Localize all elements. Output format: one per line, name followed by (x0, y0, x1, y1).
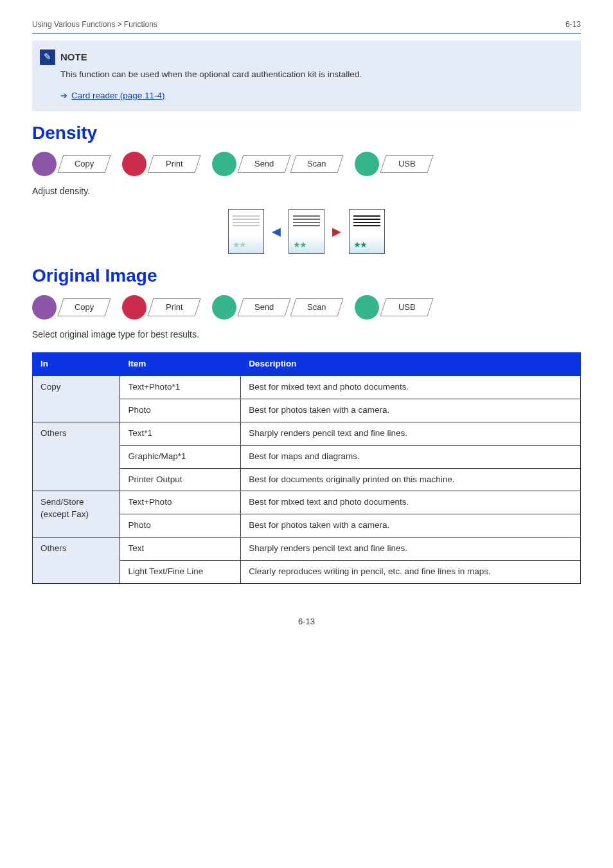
cell-desc: Best for mixed text and photo documents. (241, 491, 581, 514)
note-body: This function can be used when the optio… (60, 69, 569, 81)
cell-desc: Sharply renders pencil text and fine lin… (241, 422, 581, 445)
cell-item: Text+Photo (120, 491, 241, 514)
cell-item: Text+Photo*1 (120, 376, 241, 399)
cell-desc: Best for photos taken with a camera. (241, 514, 581, 538)
tab-scan2: Scan (290, 298, 343, 316)
dot-copy2-icon (32, 295, 57, 320)
dot-send-icon (212, 152, 236, 176)
dot-usb-icon (355, 152, 379, 176)
arrow-icon: ➔ (60, 90, 67, 102)
tab-print: Print (147, 155, 200, 173)
density-desc: Adjust density. (32, 185, 581, 198)
cell-cat: Send/Store (except Fax) (33, 491, 120, 538)
tab-scan-label: Scan (307, 158, 326, 170)
note-title: NOTE (60, 50, 87, 64)
breadcrumb: Using Various Functions > Functions 6-13 (32, 19, 581, 34)
cell-item: Graphic/Map*1 (120, 445, 241, 468)
note-icon: ✎ (40, 50, 55, 65)
options-table: In Item Description CopyText+Photo*1Best… (32, 352, 581, 584)
doc-dark-icon: ★★ (349, 209, 385, 254)
tab-copy2: Copy (57, 298, 111, 316)
cell-desc: Best for photos taken with a camera. (241, 399, 581, 422)
tab-send: Send (237, 155, 290, 173)
tab-print2: Print (147, 298, 200, 316)
cell-desc: Best for documents originally printed on… (241, 468, 581, 491)
note-link[interactable]: Card reader (page 11-4) (71, 90, 165, 102)
tab-copy2-label: Copy (75, 301, 94, 312)
page-number-bottom: 6-13 (32, 616, 581, 628)
original-desc: Select original image type for best resu… (32, 329, 581, 341)
th-desc: Description (241, 353, 581, 376)
dot-send2-icon (212, 295, 236, 320)
table-row: OthersTextSharply renders pencil text an… (33, 538, 581, 561)
doc-light-icon: ★★ (228, 209, 264, 254)
tab-print2-label: Print (166, 301, 183, 312)
page-number-top: 6-13 (565, 19, 581, 30)
cell-item: Light Text/Fine Line (120, 561, 241, 584)
tab-scan: Scan (290, 155, 343, 173)
dot-print-icon (122, 152, 147, 176)
tab-usb-label: USB (398, 158, 416, 170)
tab-copy-label: Copy (75, 158, 94, 170)
tab-send2: Send (237, 298, 290, 316)
original-tabs: Copy Print SendScan USB (32, 295, 581, 320)
cell-desc: Best for mixed text and photo documents. (241, 376, 581, 399)
cell-item: Photo (120, 514, 241, 538)
tab-send2-label: Send (254, 301, 274, 312)
density-diagram: ★★ ◀ ★★ ▶ ★★ (32, 209, 581, 254)
cell-cat: Others (33, 538, 120, 584)
tab-usb2: USB (380, 298, 433, 316)
cell-cat: Others (33, 422, 120, 491)
note-box: ✎ NOTE This function can be used when th… (32, 41, 581, 111)
tab-copy: Copy (57, 155, 111, 173)
th-item: Item (120, 353, 241, 376)
tab-send-label: Send (254, 158, 274, 170)
dot-print2-icon (122, 295, 147, 320)
cell-item: Photo (120, 399, 241, 422)
triangle-right-icon: ▶ (332, 224, 341, 240)
triangle-left-icon: ◀ (272, 224, 281, 240)
doc-mid-icon: ★★ (289, 209, 324, 254)
cell-cat: Copy (33, 376, 120, 422)
th-in: In (33, 353, 120, 376)
cell-item: Text (120, 538, 241, 561)
dot-copy-icon (32, 152, 57, 176)
table-row: Send/Store (except Fax)Text+PhotoBest fo… (33, 491, 581, 514)
dot-usb2-icon (355, 295, 379, 320)
table-row: OthersText*1Sharply renders pencil text … (33, 422, 581, 445)
cell-item: Text*1 (120, 422, 241, 445)
tab-usb2-label: USB (398, 301, 416, 312)
cell-desc: Sharply renders pencil text and fine lin… (241, 538, 581, 561)
density-heading: Density (32, 120, 581, 145)
table-row: CopyText+Photo*1Best for mixed text and … (33, 376, 581, 399)
density-tabs: Copy Print SendScan USB (32, 152, 581, 176)
tab-print-label: Print (166, 158, 183, 170)
cell-item: Printer Output (120, 468, 241, 491)
tab-usb: USB (380, 155, 433, 173)
original-heading: Original Image (32, 263, 581, 288)
tab-scan2-label: Scan (307, 301, 326, 312)
cell-desc: Best for maps and diagrams. (241, 445, 581, 468)
cell-desc: Clearly reproduces writing in pencil, et… (241, 561, 581, 584)
breadcrumb-text: Using Various Functions > Functions (32, 19, 157, 30)
